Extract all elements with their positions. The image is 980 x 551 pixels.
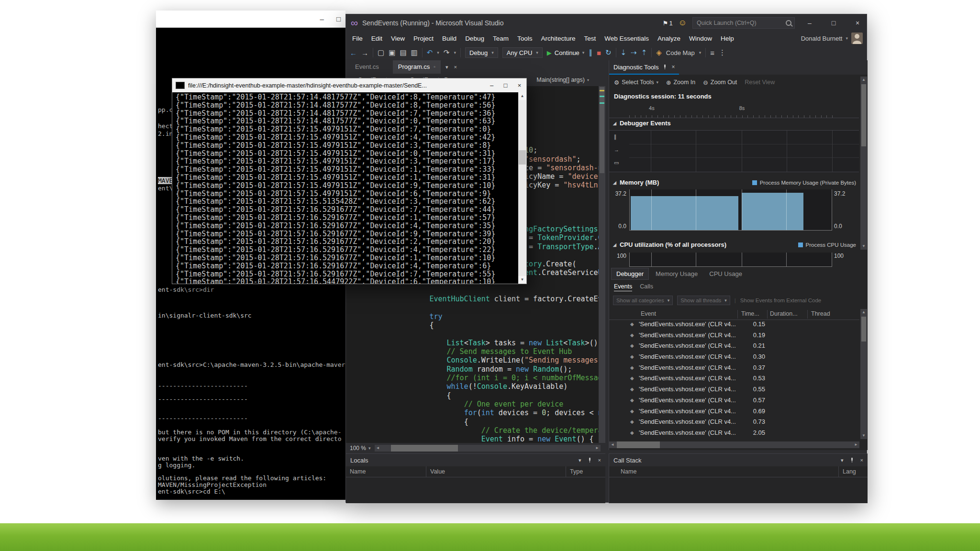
event-row[interactable]: ◆'SendEvents.vshost.exe' (CLR v4...0.55: [609, 385, 859, 396]
diagnostic-tools-tab[interactable]: Diagnostic Tools ×: [609, 60, 679, 75]
column-type[interactable]: Type: [566, 466, 605, 477]
memory-chart[interactable]: [629, 189, 832, 231]
menu-project[interactable]: Project: [409, 33, 438, 44]
timeline-ruler[interactable]: 4s8s: [609, 104, 859, 118]
pin-icon[interactable]: [663, 65, 667, 69]
select-tools-button[interactable]: ⚙ Select Tools ▾: [614, 79, 658, 86]
scrollbar-thumb[interactable]: [861, 84, 866, 146]
tab-event-cs[interactable]: Event.cs: [350, 60, 384, 74]
list-icon[interactable]: ≡: [710, 49, 714, 57]
menu-debug[interactable]: Debug: [461, 33, 489, 44]
code-map-dropdown-icon[interactable]: ▾: [699, 50, 702, 55]
close-icon[interactable]: ×: [860, 457, 863, 463]
menu-tools[interactable]: Tools: [513, 33, 537, 44]
menu-edit[interactable]: Edit: [367, 33, 387, 44]
scrollbar-thumb[interactable]: [519, 150, 526, 165]
close-document-icon[interactable]: ×: [454, 64, 457, 70]
promote-preview-tab-icon[interactable]: ▫: [434, 60, 435, 74]
vs-close-button[interactable]: ×: [848, 14, 867, 32]
tab-program-cs[interactable]: Program.cs ▫: [393, 60, 441, 74]
user-avatar[interactable]: [851, 33, 863, 44]
collapse-icon[interactable]: ◢: [613, 121, 616, 126]
close-icon[interactable]: ×: [598, 457, 601, 463]
console-scrollbar[interactable]: ▲ ▼: [518, 92, 526, 284]
zoom-control[interactable]: 100 % ▾: [346, 445, 375, 452]
tab-memory-usage[interactable]: Memory Usage: [651, 268, 702, 279]
category-filter-select[interactable]: Show all categories ▾: [613, 296, 673, 305]
scroll-right-icon[interactable]: ►: [853, 441, 859, 448]
column-time[interactable]: Time...: [741, 310, 759, 317]
undo-dropdown-icon[interactable]: ▾: [437, 50, 439, 55]
menu-file[interactable]: File: [348, 33, 367, 44]
window-menu-icon[interactable]: ▾: [841, 457, 844, 463]
zoom-in-button[interactable]: ⊕ Zoom In: [666, 79, 695, 86]
vs-minimize-button[interactable]: –: [801, 14, 819, 32]
code-map-icon[interactable]: ◈: [656, 48, 662, 57]
chevron-down-icon[interactable]: ▾: [587, 78, 589, 82]
save-icon[interactable]: ▤: [400, 48, 406, 57]
break-all-icon[interactable]: ∥: [589, 48, 592, 57]
debugger-events-track[interactable]: ∥ → ▭: [609, 130, 859, 172]
scroll-up-icon[interactable]: ▲: [860, 309, 867, 316]
navigate-forward-icon[interactable]: →: [361, 49, 368, 57]
collapse-icon[interactable]: ◢: [613, 242, 616, 247]
column-name[interactable]: Name: [609, 466, 839, 477]
redo-dropdown-icon[interactable]: ▾: [454, 50, 456, 55]
cpu-chart[interactable]: [629, 253, 832, 267]
navbar-member[interactable]: Main(string[] args): [536, 77, 585, 83]
terminal-maximize-button[interactable]: □: [336, 11, 341, 28]
menu-test[interactable]: Test: [579, 33, 600, 44]
menu-analyze[interactable]: Analyze: [653, 33, 685, 44]
scrollbar-thumb[interactable]: [617, 441, 660, 448]
quick-launch-box[interactable]: [692, 17, 795, 29]
scroll-left-icon[interactable]: ◄: [375, 445, 381, 452]
editor-horizontal-scrollbar[interactable]: ◄ ►: [375, 445, 601, 452]
quick-launch-input[interactable]: [696, 19, 786, 27]
terminal-titlebar[interactable]: – □: [156, 11, 345, 28]
menu-web-essentials[interactable]: Web Essentials: [600, 33, 653, 44]
locals-header[interactable]: Locals ▾ ×: [346, 454, 605, 466]
cpu-section-header[interactable]: ◢ CPU utilization (% of all processors): [613, 241, 726, 248]
scrollbar-thumb[interactable]: [861, 317, 866, 342]
window-menu-icon[interactable]: ▾: [579, 457, 581, 463]
scrollbar-thumb[interactable]: [391, 445, 458, 452]
zoom-out-button[interactable]: ⊖ Zoom Out: [703, 79, 737, 86]
menu-help[interactable]: Help: [716, 33, 738, 44]
menu-view[interactable]: View: [387, 33, 409, 44]
tab-debugger[interactable]: Debugger: [611, 268, 649, 280]
notifications-button[interactable]: ⚑ 1: [663, 20, 673, 27]
call-stack-header[interactable]: Call Stack ▾ ×: [609, 454, 868, 466]
scroll-down-icon[interactable]: ▼: [860, 243, 867, 250]
feedback-smiley-icon[interactable]: ☺: [679, 18, 687, 28]
menu-build[interactable]: Build: [438, 33, 461, 44]
debugger-events-section-header[interactable]: ◢ Debugger Events: [613, 120, 671, 127]
scroll-right-icon[interactable]: ►: [594, 445, 601, 452]
undo-icon[interactable]: ↶: [427, 48, 433, 57]
scroll-down-icon[interactable]: ▼: [518, 276, 526, 284]
event-row[interactable]: ◆'SendEvents.vshost.exe' (CLR v4...0.30: [609, 352, 859, 363]
user-dropdown-icon[interactable]: ▾: [846, 36, 848, 41]
scrollbar-thumb[interactable]: [600, 87, 604, 173]
terminal-minimize-button[interactable]: –: [320, 11, 324, 28]
open-file-icon[interactable]: ▣: [389, 48, 395, 57]
code-map-label[interactable]: Code Map: [666, 49, 695, 56]
save-all-icon[interactable]: ▥: [411, 48, 418, 57]
toolbar-overflow-icon[interactable]: ⋮: [719, 48, 726, 57]
event-row[interactable]: ◆'SendEvents.vshost.exe' (CLR v4...0.53: [609, 374, 859, 385]
column-duration[interactable]: Duration...: [770, 310, 798, 317]
vs-titlebar[interactable]: ∞ SendEvents (Running) - Microsoft Visua…: [346, 14, 867, 32]
menu-architecture[interactable]: Architecture: [536, 33, 579, 44]
redo-icon[interactable]: ↷: [444, 48, 450, 57]
debug-configuration-select[interactable]: Debug ▾: [465, 47, 498, 58]
event-row[interactable]: ◆'SendEvents.vshost.exe' (CLR v4...0.19: [609, 331, 859, 342]
console-minimize-button[interactable]: –: [485, 78, 499, 92]
vs-maximize-button[interactable]: □: [824, 14, 843, 32]
event-row[interactable]: ◆'SendEvents.vshost.exe' (CLR v4...0.69: [609, 407, 859, 418]
column-thread[interactable]: Thread: [811, 310, 830, 317]
column-name[interactable]: Name: [346, 466, 426, 477]
step-out-icon[interactable]: ⇡: [641, 48, 647, 57]
events-horizontal-scrollbar[interactable]: ◄ ►: [609, 441, 859, 448]
event-row[interactable]: ◆'SendEvents.vshost.exe' (CLR v4...0.73: [609, 417, 859, 428]
scroll-down-icon[interactable]: ▼: [860, 432, 867, 439]
event-row[interactable]: ◆'SendEvents.vshost.exe' (CLR v4...0.37: [609, 363, 859, 374]
